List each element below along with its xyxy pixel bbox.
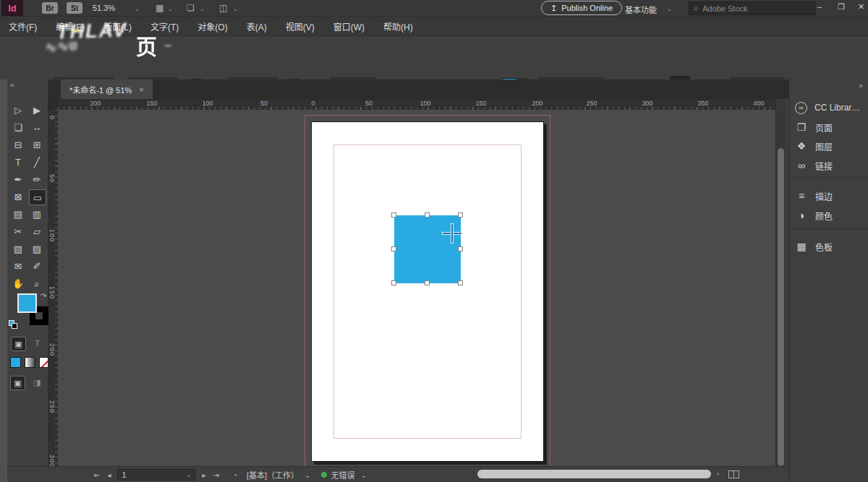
preset-chevron-icon[interactable]: ⌄ [305,471,310,479]
swap-fill-stroke-icon[interactable]: ↷ [41,292,46,300]
menu-item[interactable]: 对象(O) [197,20,237,33]
view-options-icon[interactable]: ▦ [156,3,163,13]
vertical-scrollbar[interactable] [775,99,786,470]
minimize-button[interactable]: – [817,2,822,11]
zoom-level-value[interactable]: 51.3% [93,4,115,12]
scissors-tool[interactable]: ✂ [10,224,26,238]
eyedropper-tool[interactable]: ✐ [29,259,45,273]
hand-tool[interactable]: ✋ [10,276,26,291]
vertical-ruler[interactable]: 050100150200250300 [48,110,59,466]
ruler-label: 150 [48,286,56,299]
page-tool[interactable]: ❏ [10,120,26,134]
menu-item[interactable]: 编辑(E) [56,20,95,33]
dock-collapse-icon[interactable]: » [859,81,863,90]
arrange-documents-chevron-icon[interactable]: ⌄ [233,6,238,12]
menu-item[interactable]: 版面(L) [103,20,142,33]
panel-layers[interactable]: ❖ 图层 [795,137,867,155]
menu-item[interactable]: 窗口(W) [333,20,375,33]
fill-swatch[interactable] [17,293,37,313]
horizontal-ruler[interactable]: 20015010050050100150200250300350400 [58,99,775,111]
close-button[interactable]: ✕ [858,2,864,12]
pasteboard[interactable] [58,110,775,466]
menu-item[interactable]: 表(A) [247,20,277,33]
gradient-swatch-tool[interactable]: ▧ [10,241,26,256]
zoom-tool[interactable]: ⌕ [29,276,45,291]
restore-button[interactable]: ❐ [838,2,845,12]
document-tab[interactable]: *未命名-1 @ 51% × [61,79,153,99]
bridge-button[interactable]: Br [42,2,58,14]
indesign-window: Id Br St 51.3% ⌄ ▦ ⌄ ❏ ⌄ ◫ ⌄ ↥ Publish O… [0,0,868,482]
screen-mode-chevron-icon[interactable]: ⌄ [200,6,205,12]
selection-handle[interactable] [458,212,463,218]
horizontal-grid-tool[interactable]: ▤ [10,207,26,221]
split-view-icon[interactable] [728,470,739,478]
toolbar-collapse-icon[interactable]: « [10,81,14,89]
workspace-switcher[interactable]: 基本功能 [625,4,657,15]
menu-item[interactable]: 文件(F) [9,20,47,33]
gap-tool[interactable]: ↔ [29,120,45,134]
panel-swatches[interactable]: ▦ 色板 [795,238,867,255]
panel-links[interactable]: ∞ 链接 [795,157,867,174]
default-fill-stroke-icon[interactable] [9,320,16,327]
view-mode-preview-button[interactable]: ◨ [30,376,44,389]
direct-selection-tool[interactable]: ▶ [29,103,45,117]
selection-handle[interactable] [458,246,463,251]
content-collector-tool[interactable]: ⊟ [10,137,26,152]
note-tool[interactable]: ✉ [10,259,26,273]
selection-handle[interactable] [391,212,396,218]
selection-handle[interactable] [425,280,430,285]
vertical-grid-tool[interactable]: ▥ [29,207,45,221]
publish-online-button[interactable]: ↥ Publish Online [541,1,622,15]
previous-page-button[interactable]: ◂ [107,471,111,479]
type-tool[interactable]: T [10,155,26,169]
selection-handle[interactable] [425,212,430,218]
workspace-chevron-icon[interactable]: ⌄ [667,6,672,12]
view-options-chevron-icon[interactable]: ⌄ [168,6,173,12]
formatting-affects-container-button[interactable]: ▣ [11,337,26,351]
view-mode-normal-button[interactable]: ▣ [10,376,25,390]
next-page-button[interactable]: ▸ [202,471,205,479]
horizontal-scrollbar-thumb[interactable] [477,470,711,478]
content-placer-tool[interactable]: ⊞ [29,137,45,152]
margin-guide [333,145,522,439]
arrange-documents-icon[interactable]: ◫ [219,3,227,13]
preflight-icon[interactable]: ◔ [233,471,237,479]
panel-stroke[interactable]: ≡ 描边 [795,187,867,205]
apply-gradient-button[interactable] [25,357,35,368]
selection-handle[interactable] [391,280,396,285]
line-tool[interactable]: ╱ [29,155,45,169]
tab-close-icon[interactable]: × [139,85,143,94]
selection-handle[interactable] [391,246,396,251]
panel-cc-libraries[interactable]: ∞ CC Librar… [795,99,867,116]
last-page-button[interactable]: ⇥ [213,471,218,479]
menu-item[interactable]: 视图(V) [286,20,325,33]
vertical-scrollbar-thumb[interactable] [778,148,784,466]
menu-item[interactable]: 文字(T) [150,20,189,33]
menu-item[interactable]: 帮助(H) [383,20,423,33]
adobe-stock-search[interactable]: ⌕ Adobe Stock [689,1,816,15]
panel-color[interactable]: ◑ 颜色 [795,207,867,224]
free-transform-tool[interactable]: ▱ [29,224,45,238]
document-page[interactable] [311,121,544,462]
screen-mode-icon[interactable]: ❏ [187,3,195,13]
preflight-preset[interactable]: [基本]（工作） [247,469,299,481]
zoom-chevron-icon[interactable]: ⌄ [135,6,140,12]
pen-tool[interactable]: ✒ [10,172,26,186]
status-chevron-icon[interactable]: ⌄ [360,471,366,479]
selection-tool[interactable]: ▷ [10,103,26,117]
rectangle-tool[interactable]: ▭ [29,189,46,205]
stock-button[interactable]: St [67,2,82,14]
apply-color-button[interactable] [10,357,21,368]
first-page-button[interactable]: ⇤ [94,471,100,479]
error-status-text[interactable]: 无错误 [331,469,354,481]
page-number-field[interactable]: 1 ⌄ [117,469,195,481]
page-chevron-icon[interactable]: ⌄ [186,472,192,478]
pencil-tool[interactable]: ✏ [29,172,45,186]
gradient-feather-tool[interactable]: ▨ [29,241,45,256]
scroll-right-icon[interactable]: › [717,470,719,478]
formatting-affects-text-button[interactable]: T [30,337,44,350]
selection-handle[interactable] [458,280,463,285]
frame-tool[interactable]: ⊠ [10,189,26,204]
ruler-corner[interactable] [48,99,59,111]
panel-pages[interactable]: ❐ 页面 [795,119,867,136]
